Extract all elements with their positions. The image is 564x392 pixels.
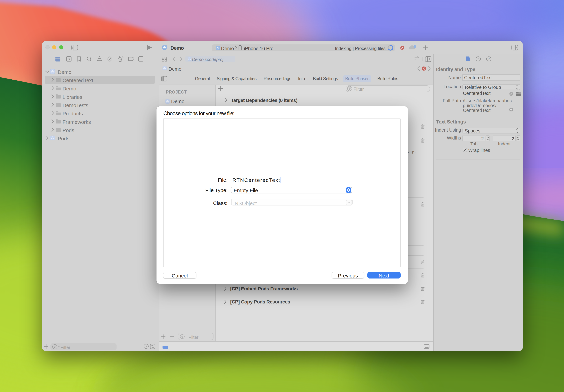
svg-text:?: ? [488, 57, 490, 61]
